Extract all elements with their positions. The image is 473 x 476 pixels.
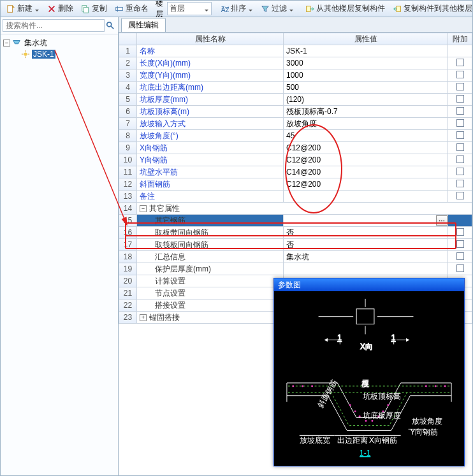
checkbox[interactable] xyxy=(456,240,464,248)
prop-name[interactable]: 坑板顶标高(m) xyxy=(137,106,284,118)
prop-value[interactable]: 否 xyxy=(284,227,448,239)
ellipsis-button[interactable]: ⋯ xyxy=(436,215,448,226)
tab-properties[interactable]: 属性编辑 xyxy=(121,18,166,32)
table-row[interactable]: 9X向钢筋C12@200 xyxy=(119,142,472,154)
copy-to-button[interactable]: 复制构件到其他楼层 xyxy=(389,2,473,15)
col-attach[interactable]: 附加 xyxy=(448,33,472,45)
prop-value[interactable]: 筏板顶标高-0.7 xyxy=(284,106,448,118)
parameter-panel[interactable]: 参数图 1 1 X向 xyxy=(273,278,465,466)
prop-value[interactable]: C14@200 xyxy=(284,166,448,178)
prop-name[interactable]: 放坡角度(°) xyxy=(137,130,284,142)
new-button[interactable]: 新建 xyxy=(3,2,43,15)
component-tree[interactable]: − 集水坑 JSK-1 xyxy=(1,34,118,475)
copy-button[interactable]: 复制 xyxy=(78,2,110,15)
collapse-icon[interactable]: − xyxy=(3,40,10,47)
search-button[interactable] xyxy=(105,19,116,32)
prop-attach[interactable] xyxy=(448,94,472,106)
table-row[interactable]: 2长度(X向)(mm)3000 xyxy=(119,57,472,69)
checkbox[interactable] xyxy=(456,264,464,272)
prop-name[interactable]: 斜面钢筋 xyxy=(137,178,284,191)
prop-name[interactable]: 搭接设置 xyxy=(137,299,284,312)
table-row[interactable]: 14−其它属性 xyxy=(119,203,472,215)
prop-name[interactable]: 宽度(Y向)(mm) xyxy=(137,69,284,82)
table-row[interactable]: 4坑底出边距离(mm)500 xyxy=(119,82,472,94)
prop-name[interactable]: −其它属性 xyxy=(137,203,472,215)
table-row[interactable]: 18 汇总信息集水坑 xyxy=(119,251,472,263)
table-row[interactable]: 13备注 xyxy=(119,191,472,203)
table-row[interactable]: 7放坡输入方式放坡角度 xyxy=(119,118,472,130)
prop-name[interactable]: 坑底出边距离(mm) xyxy=(137,82,284,94)
checkbox[interactable] xyxy=(456,228,464,236)
prop-name[interactable]: 取筏板同向钢筋 xyxy=(137,239,284,251)
checkbox[interactable] xyxy=(456,252,464,260)
search-input[interactable] xyxy=(3,19,105,32)
prop-value[interactable]: 集水坑 xyxy=(284,251,448,263)
checkbox[interactable] xyxy=(456,180,464,187)
prop-value[interactable]: (120) xyxy=(284,94,448,106)
prop-value[interactable]: 3000 xyxy=(284,57,448,69)
col-value[interactable]: 属性值 xyxy=(284,33,448,45)
prop-name[interactable]: 汇总信息 xyxy=(137,251,284,263)
prop-attach[interactable] xyxy=(448,82,472,94)
table-row[interactable]: 11坑壁水平筋C14@200 xyxy=(119,166,472,178)
prop-name[interactable]: 名称 xyxy=(137,45,284,57)
prop-attach[interactable] xyxy=(448,45,472,57)
copy-from-button[interactable]: 从其他楼层复制构件 xyxy=(302,2,388,15)
prop-attach[interactable] xyxy=(448,178,472,191)
prop-attach[interactable] xyxy=(448,118,472,130)
prop-attach[interactable] xyxy=(448,263,472,275)
collapse-icon[interactable]: − xyxy=(140,205,147,212)
table-row[interactable]: 1名称JSK-1 xyxy=(119,45,472,57)
tree-child[interactable]: JSK-1 xyxy=(2,48,117,60)
delete-button[interactable]: 删除 xyxy=(44,2,76,15)
checkbox[interactable] xyxy=(456,107,464,115)
checkbox[interactable] xyxy=(456,168,464,175)
prop-value[interactable]: 500 xyxy=(284,82,448,94)
prop-value[interactable]: 1000 xyxy=(284,69,448,82)
checkbox[interactable] xyxy=(456,143,464,151)
prop-attach[interactable] xyxy=(448,191,472,203)
prop-value[interactable] xyxy=(284,191,448,203)
checkbox[interactable] xyxy=(456,192,464,199)
table-row[interactable]: 10Y向钢筋C12@200 xyxy=(119,154,472,166)
checkbox[interactable] xyxy=(456,71,464,78)
prop-attach[interactable] xyxy=(448,166,472,178)
prop-attach[interactable] xyxy=(448,106,472,118)
prop-value[interactable]: C12@200 xyxy=(284,142,448,154)
prop-attach[interactable] xyxy=(448,69,472,82)
prop-name[interactable]: 取板带同向钢筋 xyxy=(137,227,284,239)
checkbox[interactable] xyxy=(456,95,464,103)
rename-button[interactable]: 重命名 xyxy=(112,2,152,15)
col-name[interactable]: 属性名称 xyxy=(137,33,284,45)
prop-value[interactable]: C12@200 xyxy=(284,154,448,166)
prop-value[interactable]: 45 xyxy=(284,130,448,142)
prop-attach[interactable] xyxy=(448,251,472,263)
filter-button[interactable]: 过滤 xyxy=(258,2,297,15)
prop-value[interactable]: C12@200 xyxy=(284,178,448,191)
parameter-title[interactable]: 参数图 xyxy=(274,278,464,291)
prop-name[interactable]: 计算设置 xyxy=(137,275,284,287)
table-row[interactable]: 16 取板带同向钢筋否 xyxy=(119,227,472,239)
checkbox[interactable] xyxy=(456,131,464,139)
table-row[interactable]: 12斜面钢筋C12@200 xyxy=(119,178,472,191)
prop-name[interactable]: X向钢筋 xyxy=(137,142,284,154)
prop-name[interactable]: 保护层厚度(mm) xyxy=(137,263,284,275)
prop-name[interactable]: 备注 xyxy=(137,191,284,203)
expand-icon[interactable]: + xyxy=(140,314,147,321)
prop-name[interactable]: 其它钢筋 xyxy=(137,215,284,227)
tree-root[interactable]: − 集水坑 xyxy=(2,37,117,48)
prop-attach[interactable] xyxy=(448,57,472,69)
prop-attach[interactable] xyxy=(448,227,472,239)
checkbox[interactable] xyxy=(456,83,464,90)
table-row[interactable]: 6坑板顶标高(m)筏板顶标高-0.7 xyxy=(119,106,472,118)
checkbox[interactable] xyxy=(456,155,464,163)
table-row[interactable]: 8放坡角度(°)45 xyxy=(119,130,472,142)
checkbox[interactable] xyxy=(456,59,464,66)
first-floor-select[interactable]: 首层 xyxy=(167,2,212,15)
table-row[interactable]: 19 保护层厚度(mm) xyxy=(119,263,472,275)
prop-attach[interactable] xyxy=(448,130,472,142)
table-row[interactable]: 5坑板厚度(mm)(120) xyxy=(119,94,472,106)
table-row[interactable]: 15 其它钢筋⋯ xyxy=(119,215,472,227)
sort-button[interactable]: AZ 排序 xyxy=(217,2,256,15)
prop-name[interactable]: Y向钢筋 xyxy=(137,154,284,166)
